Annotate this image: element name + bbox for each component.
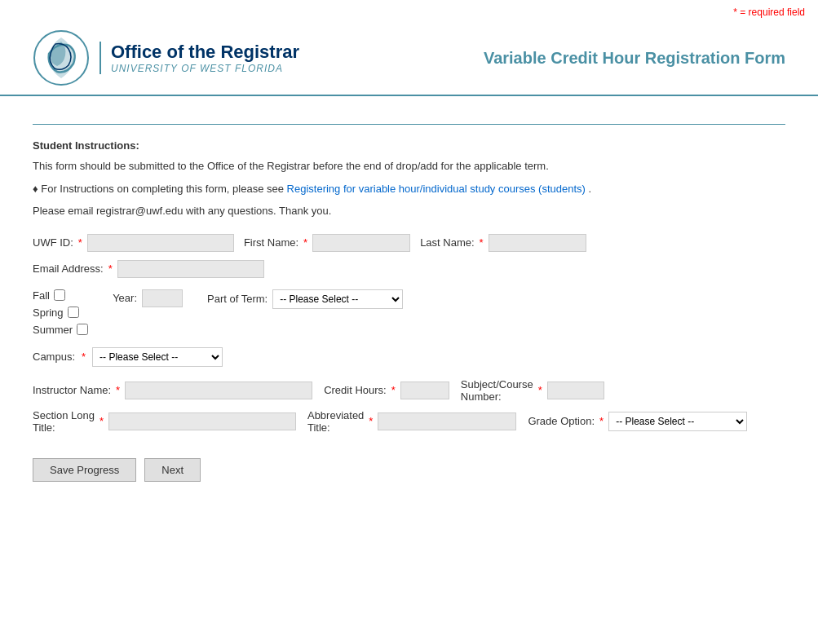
last-name-required: * <box>480 236 484 249</box>
last-name-group: Last Name: * <box>420 234 586 252</box>
link-suffix-text: . <box>586 183 591 195</box>
email-label: Email Address: <box>33 262 104 275</box>
semester-checkboxes: Fall Spring Summer <box>33 289 88 336</box>
identity-section: UWF ID: * First Name: * Last Name: * Ema… <box>33 234 785 278</box>
uwf-id-group: UWF ID: * <box>33 234 234 252</box>
section-long-title-required: * <box>99 415 104 427</box>
part-of-term-group: Part of Term: -- Please Select -- 1 2 3 <box>207 289 403 309</box>
save-progress-button[interactable]: Save Progress <box>33 458 136 482</box>
spring-label: Spring <box>33 307 64 319</box>
course-row-1: Instructor Name: * Credit Hours: * Subje… <box>33 378 785 403</box>
campus-required: * <box>82 351 86 363</box>
instructions-link-line: ♦ For Instructions on completing this fo… <box>33 181 785 197</box>
email-row: Email Address: * <box>33 260 785 278</box>
campus-row: Campus: * -- Please Select -- Main Onlin… <box>33 347 785 367</box>
instructions-section: Student Instructions: This form should b… <box>33 139 785 219</box>
grade-option-select[interactable]: -- Please Select -- Letter Grade S/U <box>608 412 747 431</box>
form-title: Variable Credit Hour Registration Form <box>484 49 785 68</box>
buttons-row: Save Progress Next <box>33 458 785 482</box>
email-required: * <box>108 262 113 275</box>
uwf-id-required: * <box>78 236 82 249</box>
instructor-required: * <box>116 384 120 396</box>
summer-checkbox-item: Summer <box>33 324 88 336</box>
logo-area: Office of the Registrar University of We… <box>33 29 299 86</box>
year-group: Year: <box>113 289 183 307</box>
first-name-input[interactable] <box>312 234 410 252</box>
instructions-text1: This form should be submitted to the Off… <box>33 158 785 174</box>
logo-text: Office of the Registrar University of We… <box>99 42 299 74</box>
abbreviated-title-input[interactable] <box>378 412 516 430</box>
fall-label: Fall <box>33 289 50 302</box>
section-long-title-group: Section LongTitle: * <box>33 409 296 434</box>
summer-checkbox[interactable] <box>77 324 88 335</box>
subject-course-label: Subject/CourseNumber: <box>461 378 533 403</box>
year-input[interactable] <box>142 289 183 307</box>
course-row-2: Section LongTitle: * AbbreviatedTitle: *… <box>33 409 785 434</box>
first-name-label: First Name: <box>244 236 298 249</box>
page-header: Office of the Registrar University of We… <box>0 21 818 96</box>
credit-hours-required: * <box>391 384 396 396</box>
section-long-title-input[interactable] <box>108 412 296 430</box>
instructions-text2: Please email registrar@uwf.edu with any … <box>33 203 785 219</box>
year-label: Year: <box>113 292 137 304</box>
term-section: Fall Spring Summer Year: Part of Term: <box>33 289 785 336</box>
credit-hours-label: Credit Hours: <box>324 384 387 396</box>
office-title: Office of the Registrar <box>111 42 299 63</box>
part-of-term-select[interactable]: -- Please Select -- 1 2 3 <box>272 289 403 309</box>
abbreviated-title-required: * <box>369 415 373 427</box>
term-row: Fall Spring Summer Year: Part of Term: <box>33 289 785 336</box>
link-prefix-text: ♦ For Instructions on completing this fo… <box>33 183 287 195</box>
uwf-id-label: UWF ID: <box>33 236 73 249</box>
grade-option-label: Grade Option: <box>528 415 595 427</box>
fall-checkbox[interactable] <box>54 289 65 301</box>
header-divider <box>33 124 785 125</box>
credit-hours-input[interactable] <box>400 382 449 399</box>
name-row: UWF ID: * First Name: * Last Name: * <box>33 234 785 252</box>
subject-course-required: * <box>538 384 542 396</box>
instructions-heading: Student Instructions: <box>33 139 785 152</box>
abbreviated-title-label: AbbreviatedTitle: <box>307 409 364 434</box>
email-group: Email Address: * <box>33 260 264 278</box>
summer-label: Summer <box>33 324 73 336</box>
email-input[interactable] <box>117 260 264 278</box>
spring-checkbox[interactable] <box>68 307 79 318</box>
fall-checkbox-item: Fall <box>33 289 88 302</box>
spring-checkbox-item: Spring <box>33 307 88 319</box>
course-section: Instructor Name: * Credit Hours: * Subje… <box>33 378 785 434</box>
required-note-text: * = required field <box>733 7 805 18</box>
abbreviated-title-group: AbbreviatedTitle: * <box>307 409 516 434</box>
subject-course-group: Subject/CourseNumber: * <box>461 378 604 403</box>
instructor-name-input[interactable] <box>125 382 312 399</box>
uwf-logo-icon <box>33 29 90 86</box>
instructor-name-label-text: Instructor Name: <box>33 384 111 396</box>
part-of-term-label: Part of Term: <box>207 293 268 305</box>
subject-course-input[interactable] <box>547 382 604 399</box>
page-content: Student Instructions: This form should b… <box>0 96 818 498</box>
grade-option-group: Grade Option: * -- Please Select -- Lett… <box>528 412 747 431</box>
next-button[interactable]: Next <box>144 458 201 482</box>
uwf-id-input[interactable] <box>87 234 234 252</box>
last-name-input[interactable] <box>489 234 586 252</box>
required-note: * = required field <box>0 0 818 21</box>
section-long-title-label: Section LongTitle: <box>33 409 95 434</box>
campus-label: Campus: <box>33 351 75 363</box>
university-name: University of West Florida <box>111 63 299 74</box>
last-name-label: Last Name: <box>420 236 474 249</box>
instructor-name-group: Instructor Name: * <box>33 382 312 399</box>
variable-hours-link[interactable]: Registering for variable hour/individual… <box>287 183 586 195</box>
credit-hours-group: Credit Hours: * <box>324 382 449 399</box>
grade-option-required: * <box>599 415 604 427</box>
campus-select[interactable]: -- Please Select -- Main Online Fort Wal… <box>92 347 223 367</box>
first-name-group: First Name: * <box>244 234 410 252</box>
instructor-name-label: Instructor Name: <box>33 384 111 396</box>
first-name-required: * <box>303 236 307 249</box>
